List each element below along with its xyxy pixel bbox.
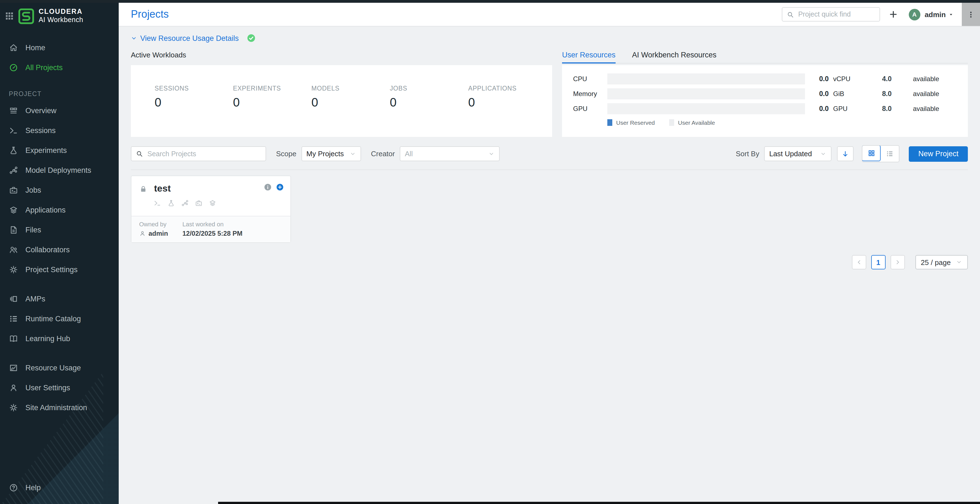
person-icon (9, 383, 18, 393)
avatar[interactable]: A (908, 8, 920, 20)
project-card[interactable]: test Owned by (131, 176, 291, 243)
tab-user-resources[interactable]: User Resources (562, 51, 616, 64)
sidebar-item-user-settings[interactable]: User Settings (0, 378, 119, 398)
window-top-strip (0, 0, 980, 3)
sidebar-item-amps[interactable]: AMPs (0, 289, 119, 309)
sidebar-item-sessions[interactable]: Sessions (0, 121, 119, 140)
sidebar-group-gap (0, 280, 119, 289)
resource-used-value: 0.0 (813, 105, 829, 113)
quick-find-input[interactable] (797, 10, 875, 19)
sidebar-item-experiments[interactable]: Experiments (0, 140, 119, 161)
tab-ai-workbench-resources[interactable]: AI Workbench Resources (632, 51, 717, 63)
resource-available-label: available (892, 75, 941, 83)
workload-value: 0 (233, 95, 312, 110)
book-icon (9, 334, 18, 343)
sort-select-value: Last Updated (769, 149, 812, 158)
main-content: View Resource Usage Details Active Workl… (119, 27, 980, 504)
kebab-menu-strip[interactable] (962, 3, 980, 26)
active-workloads-card: SESSIONS 0 EXPERIMENTS 0 MODELS 0 JOBS 0 (131, 65, 552, 137)
sidebar-item-project-settings[interactable]: Project Settings (0, 260, 119, 280)
home-icon (9, 43, 18, 52)
create-plus-icon[interactable] (889, 10, 897, 19)
resource-label: CPU (573, 75, 607, 83)
bottom-scrollbar[interactable] (218, 502, 980, 504)
workload-label: MODELS (312, 85, 390, 92)
user-menu-label[interactable]: admin (924, 10, 946, 19)
grid-view-icon (867, 149, 875, 157)
view-resource-usage-link[interactable]: View Resource Usage Details (131, 34, 239, 42)
sidebar-item-jobs[interactable]: Jobs (0, 180, 119, 200)
sidebar-item-all-projects[interactable]: All Projects (0, 58, 119, 78)
brand-header: CLOUDERA AI Workbench (0, 0, 119, 25)
chevron-down-icon (131, 35, 137, 41)
layers-icon[interactable] (209, 199, 216, 207)
search-projects-field[interactable] (131, 146, 266, 161)
sidebar-item-help[interactable]: Help (0, 477, 119, 498)
sidebar-item-files[interactable]: Files (0, 220, 119, 240)
page-size-select[interactable]: 25 / page (915, 255, 968, 269)
sidebar-item-model-deployments[interactable]: Model Deployments (0, 161, 119, 180)
terminal-icon[interactable] (153, 199, 161, 207)
sidebar-item-learning-hub[interactable]: Learning Hub (0, 329, 119, 348)
owned-by-label: Owned by (139, 221, 168, 227)
sidebar-item-runtime-catalog[interactable]: Runtime Catalog (0, 309, 119, 329)
add-workload-icon[interactable] (276, 183, 284, 191)
flask-icon[interactable] (167, 199, 175, 207)
sidebar-item-site-administration[interactable]: Site Administration (0, 398, 119, 418)
workload-stat: SESSIONS 0 (154, 85, 233, 137)
sort-select[interactable]: Last Updated (764, 146, 832, 161)
status-check-icon (247, 34, 256, 43)
resource-available-label: available (892, 105, 941, 113)
search-icon (136, 150, 143, 157)
resource-used-value: 0.0 (813, 75, 829, 83)
prev-page-button[interactable] (852, 255, 866, 269)
project-owner: admin (148, 230, 168, 237)
resource-available-value: 8.0 (861, 90, 892, 98)
project-title[interactable]: test (154, 183, 170, 194)
gear-icon (9, 403, 18, 412)
workload-stat: JOBS 0 (390, 85, 468, 137)
info-icon[interactable] (264, 183, 272, 191)
sidebar-item-label: Model Deployments (25, 166, 91, 175)
scope-select[interactable]: My Projects (301, 146, 361, 161)
terminal-icon (9, 126, 18, 135)
legend-label: User Available (678, 119, 715, 126)
sidebar-item-resource-usage[interactable]: Resource Usage (0, 358, 119, 378)
sidebar-item-label: AMPs (25, 295, 45, 303)
list-view-button[interactable] (880, 146, 899, 162)
project-quick-find[interactable] (781, 7, 880, 22)
resource-used-value: 0.0 (813, 90, 829, 98)
sidebar-item-overview[interactable]: Overview (0, 101, 119, 121)
creator-select-value: All (405, 149, 413, 158)
resource-row-memory: Memory 0.0 GiB 8.0 available (573, 88, 960, 99)
workload-value: 0 (312, 95, 390, 110)
sidebar-item-home[interactable]: Home (0, 38, 119, 58)
filter-toolbar: Scope My Projects Creator All Sort By La… (131, 145, 968, 162)
page-size-value: 25 / page (921, 258, 951, 266)
grid-view-button[interactable] (862, 145, 881, 161)
app-switcher-grid-icon[interactable] (5, 12, 14, 21)
resource-usage-bar (607, 73, 805, 84)
sidebar-item-collaborators[interactable]: Collaborators (0, 240, 119, 260)
sidebar-item-label: Home (25, 44, 45, 52)
page-number-button[interactable]: 1 (871, 255, 886, 269)
project-workload-icons (153, 199, 284, 207)
flask-icon (9, 146, 18, 155)
cloudera-logo-icon (18, 8, 34, 24)
sidebar-group-gap (0, 348, 119, 358)
sidebar-nav: Home All Projects PROJECT Overview Sessi… (0, 38, 119, 418)
next-page-button[interactable] (891, 255, 905, 269)
model-nodes-icon (9, 165, 18, 175)
sort-direction-button[interactable] (837, 146, 854, 161)
model-nodes-icon[interactable] (181, 199, 189, 207)
legend-user-reserved: User Reserved (607, 119, 655, 126)
search-projects-input[interactable] (146, 149, 261, 158)
resource-unit: GPU (833, 105, 861, 113)
workload-stat: MODELS 0 (312, 85, 390, 137)
briefcase-icon[interactable] (195, 199, 203, 207)
chevron-right-icon (894, 259, 901, 266)
sidebar-item-applications[interactable]: Applications (0, 200, 119, 220)
app-header: Projects A admin (119, 3, 980, 27)
creator-select[interactable]: All (400, 146, 500, 161)
new-project-button[interactable]: New Project (909, 146, 968, 161)
